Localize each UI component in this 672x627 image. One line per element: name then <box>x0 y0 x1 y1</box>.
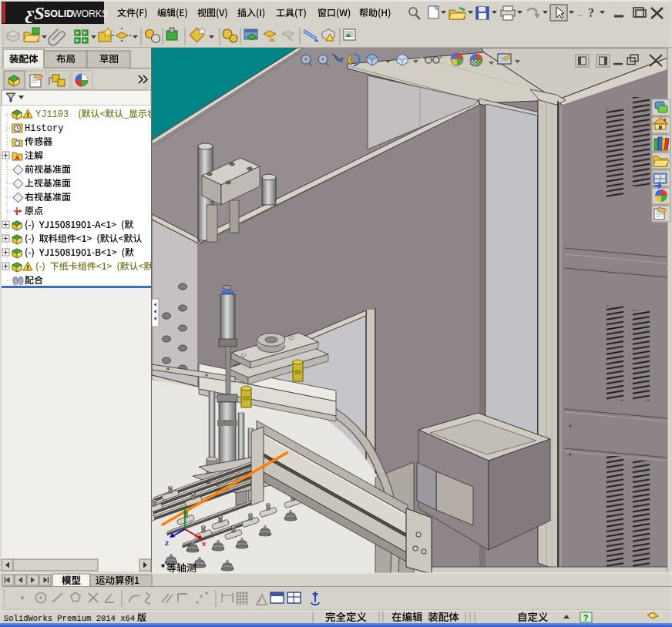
svg-text:..: .. <box>578 8 583 18</box>
svg-text:?: ? <box>588 6 594 19</box>
svg-text:X: X <box>202 541 207 548</box>
svg-text:*: * <box>161 562 165 573</box>
svg-text:A: A <box>15 154 20 162</box>
svg-text:SolidWorks Premium 2014 x64: SolidWorks Premium 2014 x64 <box>4 614 135 623</box>
svg-text:ƹS: ƹS <box>25 3 45 23</box>
svg-text:Z: Z <box>165 540 169 547</box>
svg-text:?: ? <box>583 613 589 622</box>
svg-text:History: History <box>25 123 63 134</box>
svg-text:YJ1103: YJ1103 <box>35 109 69 120</box>
svg-text:SOLID: SOLID <box>44 8 73 19</box>
svg-text:!: ! <box>27 111 29 119</box>
svg-text:!: ! <box>27 263 29 271</box>
svg-text:WORKS: WORKS <box>72 8 108 19</box>
